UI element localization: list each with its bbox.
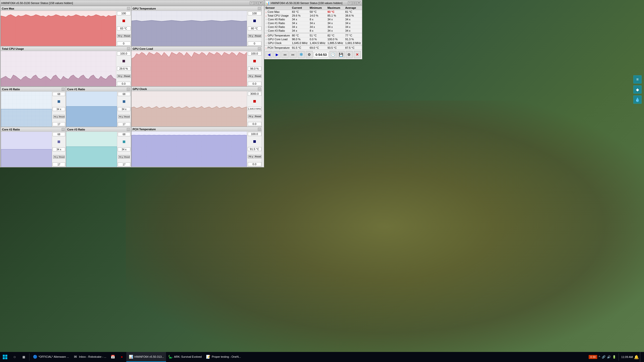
desktop-icon-1[interactable]: ≡ xyxy=(633,75,641,83)
taskbar-icon-inbox: ✉ xyxy=(73,354,78,359)
taskbar-item-calendar[interactable]: 📅 xyxy=(108,352,117,362)
hwinfo-charts-close[interactable]: × xyxy=(259,1,263,5)
chart-gpu-clock-reset[interactable]: Reset xyxy=(255,115,261,118)
chart-core-max-indicator xyxy=(123,20,125,22)
toolbar-settings-btn[interactable]: ⚙ xyxy=(306,51,313,58)
chart-core3-ratio-title: Core #3 Ratio xyxy=(67,128,85,131)
show-desktop-btn[interactable] xyxy=(640,352,642,362)
show-hidden-tray-btn[interactable]: ^ xyxy=(599,355,600,359)
sensor-panel-close[interactable]: × xyxy=(357,1,361,5)
chart-gpu-clock-fity[interactable]: Fit y xyxy=(248,115,254,118)
chart-core2-ratio-top: 68 xyxy=(53,132,65,136)
chart-core1-ratio-indicator xyxy=(123,100,125,103)
toolbar-timer: 0:54:53 xyxy=(314,52,329,57)
chart-gpu-clock-header: GPU Clock _ xyxy=(132,87,262,91)
taskbar-item-inbox[interactable]: ✉ Inbox - Robotcake - ... xyxy=(71,352,108,362)
chart-core1-reset[interactable]: Reset xyxy=(124,115,130,118)
toolbar-snowflake-btn[interactable]: ❄ xyxy=(298,51,305,58)
chart-gpu-load-collapse[interactable]: _ xyxy=(258,47,261,50)
taskbar-item-ark[interactable]: 🦕 ARK: Survival Evolved xyxy=(166,352,204,362)
notification-counter[interactable]: 0:30 xyxy=(589,355,597,359)
taskbar-label-hwinfo: HWiNFO64 v5.50-313... xyxy=(134,355,164,358)
chart-cpu-usage-indicator xyxy=(123,60,125,62)
sensor-avg-gpu-load: 91.3 % xyxy=(344,37,362,41)
chart-gpu-load-reset[interactable]: Reset xyxy=(255,74,261,78)
chart-core-max-fity[interactable]: Fit y xyxy=(117,34,124,38)
hwinfo-charts-window: HWiNFO64 v5.50-3130 Sensor Status [158 v… xyxy=(0,0,264,167)
hwinfo-charts-maximize[interactable]: □ xyxy=(254,1,258,5)
svg-rect-10 xyxy=(3,355,5,357)
chart-gpu-clock: GPU Clock _ 3000.0 xyxy=(131,86,262,127)
chart-pch-temp-collapse[interactable]: _ xyxy=(258,128,261,131)
taskbar-item-hwinfo[interactable]: 📊 HWiNFO64 v5.50-313... xyxy=(126,352,166,362)
notification-center-btn[interactable]: 🔔 xyxy=(634,353,638,361)
chart-core2-ratio-header: Core #2 Ratio _ xyxy=(1,127,66,132)
chart-pch-temp-fity[interactable]: Fit y xyxy=(248,155,254,158)
chart-core2-reset[interactable]: Reset xyxy=(59,155,65,159)
toolbar-close-overlay-btn[interactable]: ✕ xyxy=(354,51,361,58)
chart-gpu-clock-collapse[interactable]: _ xyxy=(258,87,261,90)
hwinfo-charts-minimize[interactable]: − xyxy=(250,1,254,5)
chart-core-max-top: 100 xyxy=(117,11,131,15)
search-taskbar-btn[interactable]: ○ xyxy=(10,352,19,361)
chart-core2-ratio-body: 68 34 x Fit y Reset 17 xyxy=(1,132,66,167)
taskbar-item-alienware[interactable]: 🔵 *OFFICIAL* Alienware ... xyxy=(30,352,71,362)
chart-core0-reset[interactable]: Reset xyxy=(59,115,65,118)
chart-core1-fity[interactable]: Fit y xyxy=(118,115,124,118)
sensor-max-core-max: 93 °C xyxy=(327,10,344,14)
chart-pch-temp-reset[interactable]: Reset xyxy=(255,155,261,158)
tray-icon-battery[interactable]: 🔋 xyxy=(612,355,616,359)
chart-row3-left: Core #0 Ratio _ xyxy=(1,86,131,127)
chart-core2-ratio-collapse[interactable]: _ xyxy=(62,128,65,131)
sensor-panel-maximize[interactable]: □ xyxy=(352,1,356,5)
desktop-icon-3[interactable]: 💧 xyxy=(633,96,641,104)
sensor-row-pch-temp: ↓ PCH Temperature 91.5 °C 69.0 °C 93.5 °… xyxy=(264,46,362,50)
toolbar-gear2-btn[interactable]: ⚙ xyxy=(346,51,353,58)
chart-core1-ratio-collapse[interactable]: _ xyxy=(127,88,130,91)
chart-cpu-usage-fity[interactable]: Fit y xyxy=(117,74,124,78)
chart-cpu-usage-header: Total CPU Usage _ xyxy=(1,47,131,51)
chart-core3-reset[interactable]: Reset xyxy=(124,155,130,159)
chart-cpu-usage-collapse[interactable]: _ xyxy=(127,47,130,50)
chart-core-max-reset[interactable]: Reset xyxy=(124,34,131,38)
tray-icon-volume[interactable]: 🔊 xyxy=(607,355,611,359)
toolbar-skip-back-btn[interactable]: ⏮ xyxy=(281,51,289,58)
chart-core0-fity[interactable]: Fit y xyxy=(53,115,59,118)
chart-core2-ratio-title: Core #2 Ratio xyxy=(2,128,20,131)
toolbar-back-btn[interactable]: ◀ xyxy=(265,51,272,58)
taskbar-icon-ark: 🦕 xyxy=(168,354,173,359)
sensor-max-core0: 34 x xyxy=(327,18,344,21)
circle-icon-gpu-clock: ○ xyxy=(265,41,268,44)
taskbar-label-inbox: Inbox - Robotcake - ... xyxy=(79,355,106,358)
chart-gpu-temp-fity[interactable]: Fit y xyxy=(248,34,254,38)
tray-icon-network[interactable]: 🔗 xyxy=(602,355,606,359)
desktop-icon-2[interactable]: ◆ xyxy=(633,85,641,94)
chart-core3-ratio-svg xyxy=(66,132,117,167)
toolbar-forward-btn[interactable]: ▶ xyxy=(273,51,280,58)
chart-gpu-load-fity[interactable]: Fit y xyxy=(248,74,254,78)
chart-gpu-clock-body: 3000.0 1,645.0 MHz Fit y Reset 0.0 xyxy=(132,91,262,126)
taskbar-item-onenote[interactable]: 📝 Proper testing - OneN... xyxy=(204,352,243,362)
toolbar-skip-fwd-btn[interactable]: ⏭ xyxy=(290,51,297,58)
chart-core3-fity[interactable]: Fit y xyxy=(118,155,124,159)
toolbar-export-btn[interactable]: 💾 xyxy=(338,51,345,58)
chart-gpu-temp-bottom: 0 xyxy=(248,41,261,46)
chart-core0-ratio-svg xyxy=(1,92,52,127)
chart-cpu-usage-controls: 100.0 29.6 % Fit y Reset 0.0 xyxy=(116,51,131,86)
chart-core3-ratio-collapse[interactable]: _ xyxy=(127,128,130,131)
taskbar-item-red[interactable]: ● xyxy=(117,352,126,362)
system-clock[interactable]: 11:09 AM xyxy=(621,355,633,358)
chart-core3-ratio-indicator xyxy=(123,141,125,143)
sensor-panel-minimize[interactable]: − xyxy=(348,1,352,5)
chart-gpu-temp-reset[interactable]: Reset xyxy=(255,34,261,38)
start-button[interactable] xyxy=(0,352,10,362)
chart-core2-fity[interactable]: Fit y xyxy=(53,155,59,159)
sensor-row-gpu-clock: ○ GPU Clock 1,645.0 MHz 1,404.5 MHz 1,88… xyxy=(264,41,362,45)
svg-rect-12 xyxy=(3,357,5,359)
chart-core0-ratio-collapse[interactable]: _ xyxy=(62,88,65,91)
toolbar-clock-btn[interactable]: 🕐 xyxy=(330,51,337,58)
task-view-btn[interactable]: ▦ xyxy=(19,352,28,361)
chart-cpu-usage-reset[interactable]: Reset xyxy=(124,74,131,78)
chart-core-max-collapse[interactable]: _ xyxy=(127,7,130,10)
chart-gpu-temp-collapse[interactable]: _ xyxy=(258,7,261,10)
